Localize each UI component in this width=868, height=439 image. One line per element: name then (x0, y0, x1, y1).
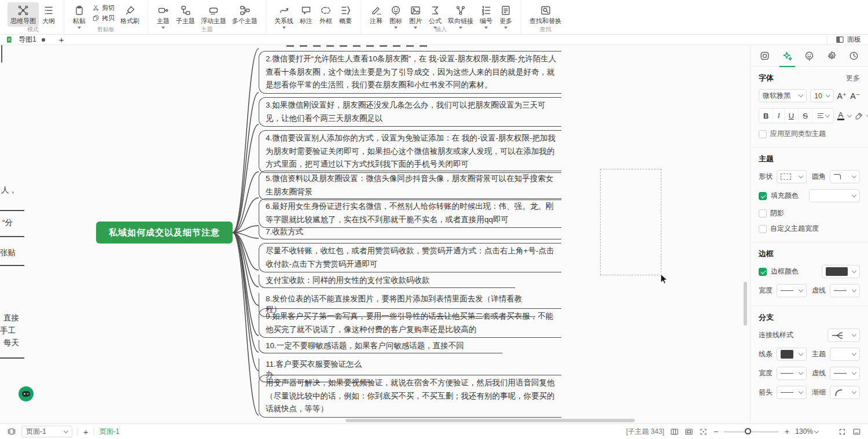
mindmap-node[interactable]: 4.微信要设置别人添加你的方式，设置为免验证添加：在 我的-设置-朋友权限-把加… (259, 130, 561, 173)
copy-button[interactable]: 拷贝 (90, 14, 116, 23)
add-map-tab-button[interactable]: + (52, 35, 71, 45)
font-color-caret[interactable] (847, 112, 852, 117)
fullscreen-button[interactable] (838, 427, 847, 436)
border-color-select[interactable] (822, 265, 860, 278)
branch-arrow-select[interactable] (777, 386, 807, 399)
collapse-bar-button[interactable] (852, 427, 861, 436)
font-size-select[interactable]: 10 (810, 89, 833, 102)
branch-width-select[interactable] (777, 367, 807, 380)
columns-view-button[interactable] (670, 427, 679, 436)
shape-select[interactable] (777, 170, 807, 183)
underline-button[interactable]: U (785, 109, 799, 123)
branch-taper-select[interactable] (830, 386, 860, 399)
page-select[interactable]: 页面-1 (21, 426, 72, 437)
mindmap-node[interactable]: 9.如果客户买了第一套写真，要用一些引导性的话去让他买第二套或者买衣服，不能他买… (259, 308, 561, 338)
outline-button[interactable]: 大纲 (39, 2, 58, 27)
mindmap-node[interactable]: 6.最好用女生身份证进行实名微信，不然别人给你转账的时候出现：伟、强。龙。刚等字… (259, 198, 561, 228)
radius-select[interactable] (830, 170, 860, 183)
central-topic-node[interactable]: 私域如何成交以及细节注意 (96, 222, 233, 244)
italic-button[interactable]: I (773, 109, 784, 123)
connector-style-select[interactable] (827, 329, 860, 342)
horizontal-scrollbar[interactable] (345, 419, 635, 422)
pages-icon[interactable] (7, 427, 16, 436)
brush-button[interactable]: 格式刷 (117, 2, 142, 27)
mindmap-node[interactable]: 3.如果微信刚设置好，朋友圈还没发几条怎么办，我们可以把朋友圈设置为三天可见，让… (259, 97, 561, 127)
mindmap-node[interactable]: 用变声器可解决，如果要视频验证，就说在宿舍不方便验证，然后我们用语音回复他（尽量… (259, 375, 561, 418)
font-color-button[interactable]: A (837, 112, 844, 120)
relation-button[interactable]: 关系线 (271, 2, 296, 30)
zoom-out-button[interactable]: − (713, 427, 718, 436)
zoom-slider-knob[interactable] (745, 428, 751, 434)
bold-button[interactable]: B (759, 109, 773, 123)
tab-history[interactable] (844, 45, 863, 67)
toolbar-group: 思维导图大纲模式 (2, 0, 64, 34)
mindmap-canvas[interactable]: 私域如何成交以及细节注意 2.微信要打开“允许陌生人查看10条朋友圈”，在 我-… (0, 45, 750, 423)
font-decrease-button[interactable]: A⁻ (850, 91, 860, 101)
fill-color-select[interactable] (809, 189, 860, 202)
more-button[interactable]: 更多 (496, 2, 516, 30)
fit-view-button[interactable] (685, 427, 693, 436)
font-family-select[interactable]: 微软雅黑 (759, 89, 807, 102)
custom-width-checkbox[interactable] (759, 225, 767, 233)
button-label: 图标 (389, 17, 402, 25)
zoom-slider[interactable] (724, 431, 779, 433)
center-view-button[interactable] (699, 427, 708, 436)
tab-canvas-style[interactable] (755, 45, 774, 67)
zoom-in-button[interactable]: + (785, 427, 789, 436)
mindmap-node[interactable]: 2.微信要打开“允许陌生人查看10条朋友圈”，在 我-设置-朋友权限-朋友圈-允… (259, 51, 561, 94)
tab-topic-style[interactable] (778, 45, 797, 67)
find-button[interactable]: 查找和替换 (527, 2, 564, 27)
toolbar-group-label: 查找 (521, 25, 569, 34)
tab-badges[interactable] (822, 45, 841, 67)
active-page-tab[interactable]: 页面-1 (100, 427, 120, 437)
unsaved-dot-icon (42, 38, 45, 42)
map-file-icon (6, 36, 13, 43)
sticker-icon (390, 5, 402, 16)
mindmap-node[interactable]: 7.收款方式 (259, 226, 561, 239)
apply-same-type-checkbox[interactable] (759, 130, 767, 138)
number-button[interactable]: 编号 (476, 2, 496, 30)
highlight-caret[interactable] (866, 112, 868, 117)
paste-button[interactable]: 粘贴 (69, 2, 89, 30)
branch-dash-select[interactable] (830, 367, 860, 380)
shadow-checkbox[interactable] (759, 209, 767, 217)
highlight-pen-button[interactable] (855, 112, 863, 120)
subtopic-button[interactable]: 子主题 (173, 2, 198, 27)
branch-line-color-select[interactable] (777, 348, 807, 361)
mindmap-node[interactable]: 支付宝收款：同样的用女性的支付宝收款码收款 (259, 275, 515, 288)
strikethrough-button[interactable]: S (799, 109, 812, 123)
vertical-scrollbar[interactable] (744, 282, 747, 326)
multi-topic-icon (239, 5, 251, 16)
zoom-level[interactable]: 130% (795, 427, 813, 436)
link-button[interactable]: 双向链接 (445, 2, 476, 30)
mindmap-node[interactable]: 尽量不收转账，收红包，或者用赞赏码收款，赞赏码开通方式：点击右上角+号-点击收付… (259, 243, 561, 272)
multi-topic-button[interactable]: 多个主题 (229, 2, 260, 27)
border-width-select[interactable] (777, 284, 807, 297)
map-tab[interactable]: 导图1 (0, 35, 52, 45)
align-select[interactable] (812, 109, 833, 123)
topic-button[interactable]: 主题 (153, 2, 173, 30)
mindmap-node[interactable]: 5.微信资料以及朋友圈设置：微信头像同步抖音头像，朋友圈背景可以在知乎搜索女生朋… (259, 171, 561, 200)
mindmap-button[interactable]: 思维导图 (8, 2, 39, 27)
image-button[interactable]: 图片 (406, 2, 425, 30)
radius-label: 圆角 (812, 172, 826, 182)
boundary-button[interactable]: 外框 (316, 2, 336, 27)
sticker-button[interactable]: 图标 (386, 2, 406, 30)
border-dash-select[interactable] (830, 284, 860, 297)
mindmap-node[interactable]: 10.一定不要聊敏感话题，如果客户问敏感话题，直接不回 (259, 340, 502, 353)
summary-button[interactable]: 概要 (336, 2, 355, 27)
formula-button[interactable]: 公式 (425, 2, 445, 30)
note-button[interactable]: 注释 (366, 2, 386, 27)
font-more-link[interactable]: 更多 (846, 73, 860, 83)
assistant-button[interactable] (19, 386, 34, 401)
panel-toggle-button[interactable]: 面板 (827, 35, 868, 45)
fill-color-checkbox[interactable] (759, 192, 767, 200)
border-color-checkbox[interactable] (759, 268, 767, 276)
callout-button[interactable]: 标注 (296, 2, 316, 27)
tab-stickers[interactable] (800, 45, 819, 67)
branch-topic-select[interactable] (830, 348, 860, 361)
floating-topic-button[interactable]: 浮动主题 (198, 2, 229, 27)
cut-button[interactable]: 剪切 (90, 3, 116, 12)
add-page-button[interactable]: + (83, 427, 89, 437)
font-increase-button[interactable]: A⁺ (837, 91, 847, 101)
